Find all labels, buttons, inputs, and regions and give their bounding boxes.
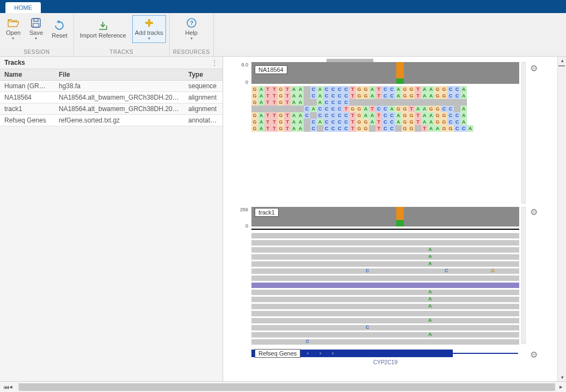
axis-min: 0 — [229, 79, 248, 85]
add-tracks-label: Add tracks — [135, 29, 163, 36]
variant-marker-green-2 — [396, 220, 404, 226]
ribbon-group-tracks: Import Reference Add tracks ▾ TRACKS — [74, 13, 170, 56]
col-type[interactable]: Type — [184, 69, 222, 80]
help-label: Help — [185, 29, 198, 36]
tracks-group-label: TRACKS — [109, 49, 133, 55]
chevron-down-icon: ▾ — [12, 36, 14, 41]
sidebar-menu-icon[interactable]: ⋮ — [211, 58, 218, 67]
save-button[interactable]: Save ▾ — [27, 15, 46, 43]
horizontal-scrollbar[interactable] — [18, 383, 554, 391]
track2-scrollbar[interactable] — [521, 207, 526, 344]
gear-icon[interactable]: ⚙ — [530, 63, 538, 74]
chevron-down-icon: ▾ — [190, 36, 193, 41]
hscroll-left-icon[interactable]: ◂ — [9, 383, 13, 390]
help-button[interactable]: ? Help ▾ — [182, 15, 201, 43]
sidebar-title: Tracks — [4, 59, 25, 66]
add-tracks-button[interactable]: Add tracks ▾ — [132, 15, 166, 43]
scroll-up-icon[interactable]: ▴ — [558, 57, 566, 64]
import-reference-button[interactable]: Import Reference — [77, 15, 129, 43]
svg-text:?: ? — [189, 20, 193, 26]
open-label: Open — [6, 29, 21, 36]
gear-icon[interactable]: ⚙ — [530, 207, 538, 217]
track-label-2[interactable]: track1 — [255, 208, 279, 217]
svg-rect-1 — [34, 19, 38, 21]
chevron-down-icon: ▾ — [148, 36, 150, 41]
axis-max: 8.0 — [229, 62, 248, 68]
reset-button[interactable]: Reset — [49, 15, 70, 43]
nav-first-icon[interactable]: ⏮ — [3, 384, 9, 390]
reset-label: Reset — [52, 32, 67, 39]
tracks-table: Name File Type Human (GRCh3… hg38.fa seq… — [0, 69, 223, 126]
ribbon: Open ▾ Save ▾ Reset SESSION Import Refer… — [0, 13, 566, 57]
gene-track-label[interactable]: Refseq Genes — [255, 349, 300, 358]
session-group-label: SESSION — [23, 49, 50, 55]
chevron-down-icon: ▾ — [35, 36, 37, 41]
coverage-track-1[interactable] — [251, 62, 519, 84]
coverage-track-2[interactable] — [251, 207, 519, 226]
tab-home[interactable]: HOME — [5, 2, 41, 13]
track-label-1[interactable]: NA18564 — [255, 65, 287, 74]
scroll-down-icon[interactable]: ▾ — [558, 373, 566, 381]
variant-marker-green — [396, 78, 404, 84]
ribbon-group-session: Open ▾ Save ▾ Reset SESSION — [0, 13, 74, 56]
gear-icon[interactable]: ⚙ — [530, 350, 538, 360]
axis-min-2: 0 — [229, 223, 248, 229]
save-label: Save — [29, 29, 43, 36]
hscroll-right-icon[interactable]: ▸ — [559, 383, 563, 390]
sidebar-tracks: Tracks ⋮ Name File Type Human (GRCh3… hg… — [0, 57, 223, 381]
table-row[interactable]: track1 NA18564.alt_bwamem_GRCh38DH.20150… — [0, 103, 223, 115]
variant-marker-orange-2 — [396, 207, 404, 220]
save-icon — [30, 17, 41, 28]
table-row[interactable]: Refseq Genes refGene.sorted.txt.gz annot… — [0, 115, 223, 126]
import-reference-label: Import Reference — [80, 32, 126, 39]
variant-marker-orange — [396, 62, 404, 78]
vertical-scrollbar[interactable]: ▴ ▾ — [557, 57, 566, 381]
col-name[interactable]: Name — [0, 69, 54, 80]
status-bar: ⏮ ◂ ▸ — [0, 381, 566, 392]
help-icon: ? — [186, 17, 197, 28]
table-row[interactable]: Human (GRCh3… hg38.fa sequence — [0, 81, 223, 92]
col-file[interactable]: File — [54, 69, 184, 80]
svg-rect-2 — [33, 23, 39, 27]
resources-group-label: RESOURCES — [173, 49, 210, 55]
ribbon-group-resources: ? Help ▾ RESOURCES — [170, 13, 214, 56]
table-row[interactable]: NA18564 NA18564.alt_bwamem_GRCh38DH.2015… — [0, 92, 223, 103]
title-bar: HOME — [0, 0, 566, 13]
plus-icon — [144, 17, 155, 28]
folder-open-icon — [7, 17, 19, 28]
genome-viewer: 8.0 0 NA18564 ⚙ GATTGTAACACCCCTGGATCCAGG… — [223, 57, 566, 381]
import-icon — [97, 20, 109, 31]
track1-scrollbar[interactable] — [521, 62, 526, 204]
reset-icon — [54, 20, 65, 31]
open-button[interactable]: Open ▾ — [3, 15, 23, 43]
gene-name: CYP2C19 — [251, 359, 519, 365]
hscroll-thumb[interactable] — [19, 383, 555, 391]
track2-divider — [251, 229, 519, 230]
axis-max-2: 256 — [229, 207, 248, 212]
